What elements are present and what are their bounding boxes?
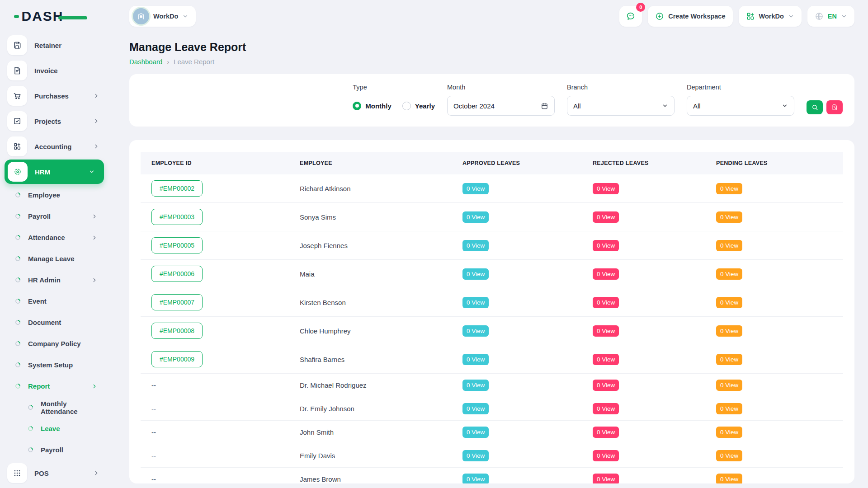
department-select[interactable]: All xyxy=(687,96,794,116)
employee-id-badge[interactable]: #EMP00002 xyxy=(151,180,203,197)
sidebar-item-system-setup[interactable]: System Setup xyxy=(0,354,108,375)
employee-id-badge[interactable]: #EMP00003 xyxy=(151,209,203,225)
sidebar-item-manage-leave[interactable]: Manage Leave xyxy=(0,248,108,269)
pending-view-button[interactable]: 0 View xyxy=(716,403,742,414)
create-workspace-label: Create Workspace xyxy=(668,13,725,20)
employee-id-badge[interactable]: #EMP00009 xyxy=(151,351,203,367)
approved-view-button[interactable]: 0 View xyxy=(462,240,489,251)
chevron-down-icon xyxy=(89,169,95,175)
breadcrumb: Dashboard › Leave Report xyxy=(129,58,854,66)
branch-value: All xyxy=(573,102,581,110)
projects-icon xyxy=(7,111,27,131)
sidebar-item-retainer[interactable]: Retainer xyxy=(0,33,108,58)
rejected-view-button[interactable]: 0 View xyxy=(593,297,619,308)
language-selector[interactable]: EN xyxy=(807,6,854,27)
sidebar-item-payroll[interactable]: Payroll xyxy=(0,206,108,227)
month-input[interactable]: October 2024 xyxy=(447,96,555,116)
approved-view-button[interactable]: 0 View xyxy=(462,427,489,438)
branch-select[interactable]: All xyxy=(567,96,675,116)
rejected-view-button[interactable]: 0 View xyxy=(593,474,619,483)
filter-card: Type Monthly Yearly Month October 2024 xyxy=(129,74,854,127)
rejected-view-button[interactable]: 0 View xyxy=(593,240,619,251)
rejected-view-button[interactable]: 0 View xyxy=(593,183,619,194)
reset-button[interactable] xyxy=(826,100,843,114)
col-approved-leaves: APPROVED LEAVES xyxy=(452,152,582,174)
chat-icon xyxy=(626,11,636,21)
table-row: #EMP00009Shafira Barnes0 View0 View0 Vie… xyxy=(141,345,843,374)
sidebar-item-projects[interactable]: Projects xyxy=(0,108,108,134)
search-button[interactable] xyxy=(807,100,823,114)
rejected-view-button[interactable]: 0 View xyxy=(593,268,619,280)
pending-view-button[interactable]: 0 View xyxy=(716,183,742,194)
approved-view-button[interactable]: 0 View xyxy=(462,474,489,483)
rejected-view-button[interactable]: 0 View xyxy=(593,354,619,365)
sidebar-item-monthly-attendance[interactable]: Monthly Attendance xyxy=(0,397,108,418)
breadcrumb-current: Leave Report xyxy=(174,58,214,66)
filter-actions xyxy=(807,84,843,116)
workspace-switcher[interactable]: WorkDo xyxy=(129,6,196,27)
pending-view-button[interactable]: 0 View xyxy=(716,211,742,223)
breadcrumb-dashboard-link[interactable]: Dashboard xyxy=(129,58,162,66)
pending-view-button[interactable]: 0 View xyxy=(716,297,742,308)
bullet-icon xyxy=(14,192,22,199)
sidebar-item-event[interactable]: Event xyxy=(0,291,108,312)
approved-view-button[interactable]: 0 View xyxy=(462,268,489,280)
pending-view-button[interactable]: 0 View xyxy=(716,325,742,337)
radio-unchecked-icon xyxy=(402,102,411,110)
sidebar-item-accounting[interactable]: Accounting xyxy=(0,134,108,159)
sidebar-item-employee[interactable]: Employee xyxy=(0,184,108,206)
approved-view-button[interactable]: 0 View xyxy=(462,183,489,194)
sidebar-item-invoice[interactable]: Invoice xyxy=(0,58,108,83)
yearly-radio[interactable]: Yearly xyxy=(402,102,435,110)
approved-view-button[interactable]: 0 View xyxy=(462,380,489,391)
approved-view-button[interactable]: 0 View xyxy=(462,403,489,414)
employee-id-badge[interactable]: #EMP00007 xyxy=(151,294,203,310)
monthly-radio[interactable]: Monthly xyxy=(353,102,392,110)
sidebar-item-pos[interactable]: POS xyxy=(0,460,108,486)
rejected-view-button[interactable]: 0 View xyxy=(593,380,619,391)
col-rejected-leaves: REJECTED LEAVES xyxy=(582,152,705,174)
rejected-view-button[interactable]: 0 View xyxy=(593,403,619,414)
sidebar-item-report[interactable]: Report xyxy=(0,375,108,397)
sidebar-item-leave[interactable]: Leave xyxy=(0,418,108,439)
pending-view-button[interactable]: 0 View xyxy=(716,268,742,280)
pending-view-button[interactable]: 0 View xyxy=(716,240,742,251)
sidebar-item-company-policy[interactable]: Company Policy xyxy=(0,333,108,354)
pending-view-button[interactable]: 0 View xyxy=(716,427,742,438)
approved-view-button[interactable]: 0 View xyxy=(462,325,489,337)
monthly-radio-label: Monthly xyxy=(365,102,392,110)
sidebar-item-label: Company Policy xyxy=(28,340,81,347)
sidebar-item-attendance[interactable]: Attendance xyxy=(0,227,108,248)
sidebar-item-label: Document xyxy=(28,319,61,326)
sidebar-item-document[interactable]: Document xyxy=(0,312,108,333)
approved-view-button[interactable]: 0 View xyxy=(462,354,489,365)
table-row: --James Brown0 View0 View0 View xyxy=(141,468,843,484)
col-pending-leaves: PENDING LEAVES xyxy=(705,152,843,174)
app-menu-button[interactable]: WorkDo xyxy=(739,6,802,27)
sidebar-item-payroll[interactable]: Payroll xyxy=(0,439,108,460)
approved-view-button[interactable]: 0 View xyxy=(462,297,489,308)
employee-name: Dr. Emily Johnson xyxy=(300,405,354,413)
create-workspace-button[interactable]: Create Workspace xyxy=(648,6,732,27)
sidebar-item-hrm[interactable]: HRM xyxy=(5,160,104,184)
rejected-view-button[interactable]: 0 View xyxy=(593,211,619,223)
sidebar-item-hr-admin[interactable]: HR Admin xyxy=(0,269,108,291)
employee-id-badge[interactable]: #EMP00005 xyxy=(151,237,203,253)
rejected-view-button[interactable]: 0 View xyxy=(593,450,619,461)
sidebar-item-purchases[interactable]: Purchases xyxy=(0,83,108,108)
approved-view-button[interactable]: 0 View xyxy=(462,211,489,223)
pending-view-button[interactable]: 0 View xyxy=(716,380,742,391)
employee-id-badge[interactable]: #EMP00008 xyxy=(151,323,203,339)
rejected-view-button[interactable]: 0 View xyxy=(593,427,619,438)
month-filter: Month October 2024 xyxy=(447,84,555,116)
dash-logo[interactable]: DASH xyxy=(21,9,87,24)
bullet-icon xyxy=(27,425,34,432)
pending-view-button[interactable]: 0 View xyxy=(716,474,742,483)
employee-id-badge[interactable]: #EMP00006 xyxy=(151,266,203,282)
rejected-view-button[interactable]: 0 View xyxy=(593,325,619,337)
pending-view-button[interactable]: 0 View xyxy=(716,354,742,365)
approved-view-button[interactable]: 0 View xyxy=(462,450,489,461)
clear-filter-icon xyxy=(831,104,838,111)
pending-view-button[interactable]: 0 View xyxy=(716,450,742,461)
messages-button[interactable]: 0 xyxy=(619,6,642,27)
